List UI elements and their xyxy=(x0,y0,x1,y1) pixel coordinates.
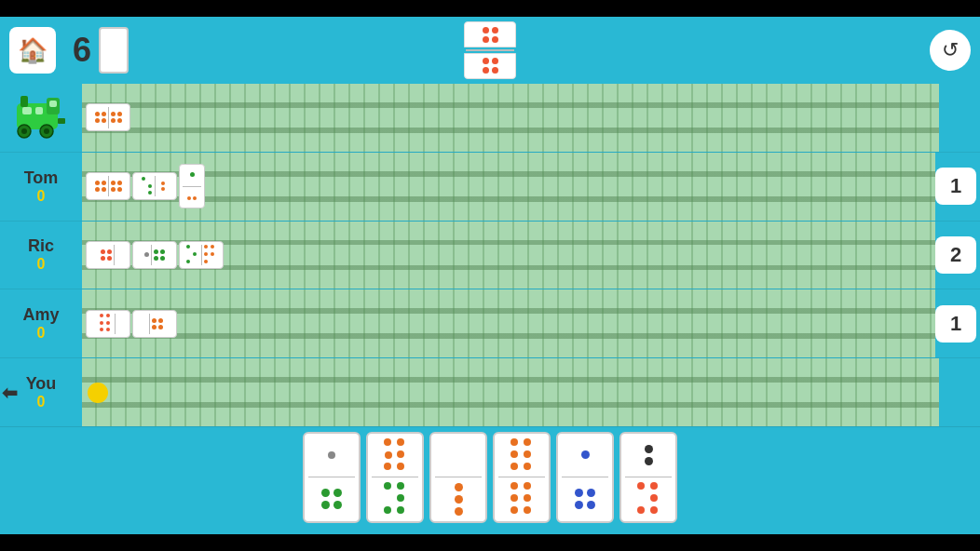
amy-track-content xyxy=(82,289,935,357)
center-domino xyxy=(464,21,516,79)
hand-area xyxy=(0,427,980,534)
you-track-row: ⬅ You 0 xyxy=(0,358,980,427)
domino-piece[interactable] xyxy=(86,172,130,200)
rail-background xyxy=(82,84,939,152)
game-area: 🏠 6 xyxy=(0,17,980,534)
rail-background xyxy=(82,289,935,357)
svg-rect-10 xyxy=(58,118,65,124)
top-bar: 🏠 6 xyxy=(0,17,980,84)
undo-button[interactable]: ↺ xyxy=(930,30,971,71)
you-marker-dot xyxy=(88,383,108,403)
you-name: You xyxy=(26,374,57,394)
train-track-row xyxy=(0,84,980,153)
ric-score: 0 xyxy=(37,256,46,273)
domino-piece[interactable] xyxy=(179,164,205,208)
domino-piece[interactable] xyxy=(86,241,130,269)
domino-piece[interactable] xyxy=(179,241,224,269)
draw-pile[interactable] xyxy=(99,27,129,74)
ric-label: Ric 0 xyxy=(0,236,82,273)
train-icon xyxy=(13,92,69,143)
amy-track-row: Amy 0 xyxy=(0,289,980,358)
rail-background xyxy=(82,358,939,426)
undo-icon: ↺ xyxy=(942,38,959,62)
you-track-content xyxy=(82,358,939,426)
you-label: ⬅ You 0 xyxy=(0,374,82,410)
domino-piece[interactable] xyxy=(86,310,130,338)
domino-piece[interactable] xyxy=(132,310,177,338)
tom-count-badge: 1 xyxy=(935,168,976,205)
hand-tile-6[interactable] xyxy=(619,432,677,523)
svg-rect-3 xyxy=(35,107,43,114)
domino-piece[interactable] xyxy=(132,241,177,269)
domino-piece[interactable] xyxy=(132,172,177,200)
ric-count-badge: 2 xyxy=(935,236,976,274)
svg-point-6 xyxy=(21,128,27,134)
tom-track-content xyxy=(82,153,935,221)
domino-piece[interactable] xyxy=(86,103,130,131)
hand-tile-5[interactable] xyxy=(556,432,614,523)
svg-point-8 xyxy=(44,128,49,134)
current-player-arrow: ⬅ xyxy=(2,382,18,404)
tom-score: 0 xyxy=(37,188,46,205)
hand-tile-3[interactable] xyxy=(429,432,487,523)
amy-score: 0 xyxy=(37,325,46,342)
tracks-area: Tom 0 xyxy=(0,84,980,427)
you-score: 0 xyxy=(37,394,46,410)
ric-track-row: Ric 0 xyxy=(0,222,980,290)
svg-rect-9 xyxy=(20,96,28,107)
hand-tile-1[interactable] xyxy=(303,432,361,523)
round-number: 6 xyxy=(73,31,91,70)
hand-tile-4[interactable] xyxy=(493,432,551,523)
amy-label: Amy 0 xyxy=(0,305,82,342)
amy-name: Amy xyxy=(22,305,59,325)
hand-tile-2[interactable] xyxy=(366,432,424,523)
rail-background xyxy=(82,153,935,221)
ric-name: Ric xyxy=(28,236,54,256)
ric-track-content xyxy=(82,222,935,289)
score-area: 6 xyxy=(73,27,129,74)
tom-name: Tom xyxy=(24,168,59,188)
amy-count-badge: 1 xyxy=(935,305,976,343)
home-button[interactable]: 🏠 xyxy=(9,27,56,74)
home-icon: 🏠 xyxy=(18,36,48,65)
svg-rect-4 xyxy=(49,101,57,107)
train-icon-container xyxy=(0,84,82,152)
train-track-content xyxy=(82,84,939,152)
svg-rect-2 xyxy=(22,107,32,114)
tom-track-row: Tom 0 xyxy=(0,153,980,222)
tom-label: Tom 0 xyxy=(0,168,82,205)
